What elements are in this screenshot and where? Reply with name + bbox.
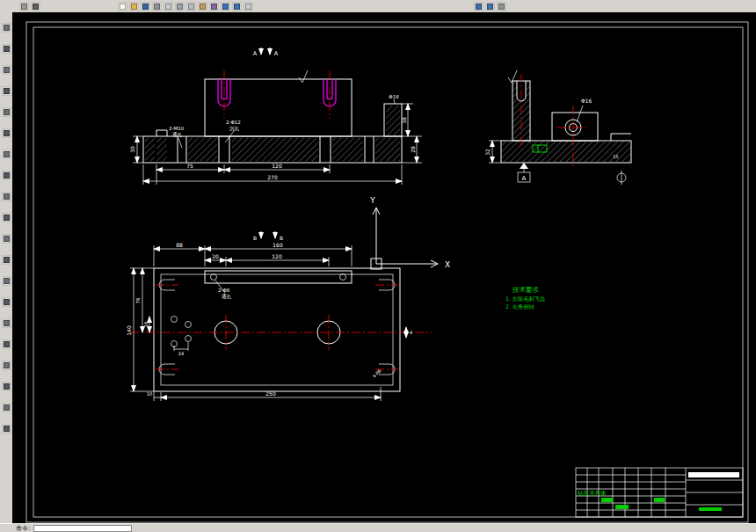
zoom-previous-icon <box>498 4 505 10</box>
note-c12: 2-Φ12 <box>226 120 241 125</box>
toolbar-grip-button[interactable] <box>19 2 29 11</box>
section-b-right-label: B <box>280 235 283 241</box>
tech-notes-title: 技术要求 <box>512 286 540 294</box>
open-file-button[interactable] <box>129 2 139 11</box>
top-toolbar <box>0 0 756 13</box>
datum-a: A <box>518 163 530 182</box>
mirror-button[interactable] <box>2 382 11 391</box>
hatch-button[interactable] <box>2 276 11 286</box>
zoom-realtime-button[interactable] <box>485 2 495 11</box>
polyline-button[interactable] <box>2 65 11 75</box>
rectangle-button[interactable] <box>2 107 11 117</box>
plan-view-notes: 2-Φ8 通孔 4-R6 <box>215 281 382 379</box>
copy-icon <box>188 4 194 10</box>
plan-view-dimensions: 160 88 120 20 250 10 140 76 18 24 4 <box>126 242 412 401</box>
dim-38: 38 <box>401 117 407 124</box>
dim-dia16: Φ16 <box>581 98 592 104</box>
multiline-text-icon <box>4 320 10 326</box>
point-button[interactable] <box>2 255 11 265</box>
style-list-button[interactable] <box>31 2 40 11</box>
match-properties-button[interactable] <box>209 2 219 11</box>
style-list-icon <box>33 4 39 10</box>
top-toolbar-group-small <box>19 2 40 11</box>
part-name: 钻孔夹具体 <box>577 490 607 497</box>
erase-button[interactable] <box>2 339 11 349</box>
ucs-y-label: Y <box>369 196 375 205</box>
pan-icon <box>245 4 251 10</box>
cut-button[interactable] <box>175 2 185 11</box>
dim-32: 32 <box>484 149 491 156</box>
top-toolbar-group-main <box>118 2 253 11</box>
make-block-button[interactable] <box>2 234 11 244</box>
note-dia18: Φ18 <box>389 94 399 99</box>
copy-button[interactable] <box>186 2 196 11</box>
line-button[interactable] <box>2 23 11 33</box>
note-c12-2: 沉孔 <box>229 126 240 132</box>
new-file-button[interactable] <box>118 2 127 11</box>
zoom-window-button[interactable] <box>474 2 483 11</box>
construction-line-button[interactable] <box>2 44 11 54</box>
plot-button[interactable] <box>152 2 162 11</box>
zoom-realtime-icon <box>487 4 493 10</box>
match-properties-icon <box>211 4 217 10</box>
paste-button[interactable] <box>198 2 207 11</box>
zoom-previous-button[interactable] <box>497 2 506 11</box>
new-file-icon <box>120 4 126 10</box>
titleblock-green-bar <box>654 498 665 502</box>
section-a-right-label: A <box>274 50 279 57</box>
spline-icon <box>4 172 10 179</box>
save-file-button[interactable] <box>141 2 150 11</box>
dim-10: 10 <box>147 391 152 397</box>
circle-button[interactable] <box>2 149 11 159</box>
insert-block-button[interactable] <box>2 213 11 222</box>
mirror-icon <box>4 383 10 390</box>
plan-view-outline <box>154 268 400 391</box>
save-file-icon <box>142 4 149 10</box>
command-bar: 命令: <box>0 523 756 532</box>
plot-preview-button[interactable] <box>164 2 173 11</box>
polygon-button[interactable] <box>2 86 11 96</box>
section-b-left-label: B <box>253 235 257 241</box>
rectangle-icon <box>4 109 10 115</box>
array-icon <box>4 426 10 432</box>
erase-icon <box>4 341 10 347</box>
section-b-marks: B B <box>253 231 283 241</box>
ellipse-button[interactable] <box>2 192 11 201</box>
dim-270: 270 <box>267 174 278 180</box>
array-button[interactable] <box>2 424 11 434</box>
hatch-icon <box>4 278 10 284</box>
dim-120: 120 <box>272 163 282 169</box>
ucs-x-label: X <box>445 260 450 269</box>
paste-icon <box>200 4 206 10</box>
tech-notes-line1: 1. 去除毛刺飞边 <box>505 295 546 302</box>
spline-button[interactable] <box>2 171 11 180</box>
make-block-icon <box>4 236 10 242</box>
ellipse-icon <box>4 193 10 200</box>
toolbar-grip-icon <box>21 4 27 10</box>
dim-4: 4 <box>410 330 412 335</box>
front-view-centerlines <box>224 70 330 119</box>
pan-button[interactable] <box>244 2 253 11</box>
multiline-text-button[interactable] <box>2 318 11 328</box>
dim-15: 15 <box>613 154 618 159</box>
undo-button[interactable] <box>221 2 230 11</box>
front-view-hatch <box>145 106 400 161</box>
copy-object-button[interactable] <box>2 361 11 370</box>
arc-icon <box>4 130 10 136</box>
circle-icon <box>4 151 10 157</box>
titleblock-highlight-cell <box>688 472 739 477</box>
point-icon <box>4 257 10 263</box>
titleblock-green-bar <box>699 507 722 511</box>
drawing-canvas[interactable]: A A 2-M10 通孔 2-Φ12 沉孔 Φ18 75 120 270 <box>12 12 756 523</box>
region-button[interactable] <box>2 297 11 307</box>
command-input[interactable] <box>33 525 132 532</box>
plan-view-centerlines <box>130 285 433 369</box>
datum-target-icon <box>617 171 626 185</box>
offset-button[interactable] <box>2 403 11 412</box>
polyline-icon <box>4 67 10 73</box>
zoom-window-icon <box>476 4 482 10</box>
arc-button[interactable] <box>2 128 11 138</box>
highlighted-slots[interactable] <box>218 79 336 106</box>
redo-button[interactable] <box>232 2 242 11</box>
side-view: A Φ16 32 15 <box>484 70 631 185</box>
